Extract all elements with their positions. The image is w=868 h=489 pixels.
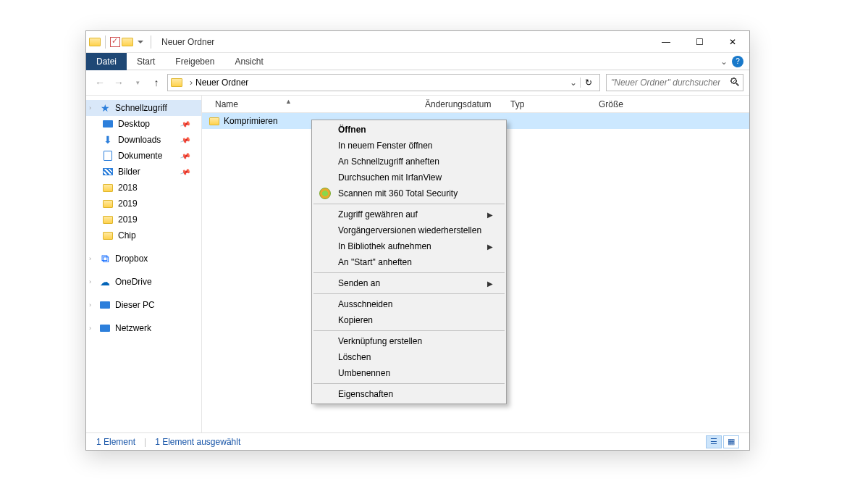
menu-pin-start[interactable]: An "Start" anheften [312,254,506,270]
shield-icon [319,188,331,199]
breadcrumb-current[interactable]: Neuer Ordner [195,78,248,88]
back-button[interactable]: ← [92,75,108,91]
separator [151,35,151,49]
col-size[interactable]: Größe [578,99,629,109]
status-count: 1 Element [96,437,135,447]
folder-icon [171,78,182,87]
qat-dropdown-icon[interactable] [138,41,143,43]
chevron-right-icon[interactable]: › [89,104,91,112]
menu-rename[interactable]: Umbenennen [312,365,506,381]
sidebar-item-recent-folder[interactable]: Chip [86,227,201,243]
tab-view[interactable]: Ansicht [224,53,273,70]
folder-icon [103,200,113,208]
chevron-right-icon: ▶ [487,280,493,288]
address-bar[interactable]: › Neuer Ordner ⌄ ↻ [167,74,600,91]
sidebar-item-recent-folder[interactable]: 2019 [86,212,201,227]
close-button[interactable]: ✕ [716,31,749,53]
maximize-button[interactable]: ☐ [683,31,716,53]
sidebar-item-network[interactable]: › Netzwerk [86,320,201,336]
folder-icon [103,184,113,192]
status-selected: 1 Element ausgewählt [155,437,240,447]
separator [313,293,505,294]
folder-icon [89,38,101,46]
up-button[interactable]: ↑ [148,75,164,91]
sidebar-item-pictures[interactable]: Bilder 📌 [86,164,201,180]
separator [313,330,505,331]
col-name[interactable]: Name ▲ [209,99,419,109]
chevron-right-icon[interactable]: › [89,325,91,332]
menu-send-to[interactable]: Senden an ▶ [312,275,506,291]
nav-pane: › ★ Schnellzugriff Desktop 📌 ⬇ Downloads… [86,96,202,432]
sidebar-item-downloads[interactable]: ⬇ Downloads 📌 [86,132,201,148]
folder-icon [209,117,219,125]
column-headers: Name ▲ Änderungsdatum Typ Größe [202,96,749,113]
desktop-icon [103,120,113,128]
menu-pin-quick-access[interactable]: An Schnellzugriff anheften [312,154,506,170]
chevron-right-icon[interactable]: › [89,255,91,262]
window-title: Neuer Ordner [161,37,214,47]
chevron-right-icon: ▶ [487,243,493,251]
star-icon: ★ [99,102,111,114]
context-menu: Öffnen In neuem Fenster öffnen An Schnel… [311,120,507,404]
ribbon-collapse-icon[interactable]: ⌄ [720,57,728,67]
network-icon [100,325,110,332]
search-input[interactable] [607,78,725,88]
menu-create-shortcut[interactable]: Verknüpfung erstellen [312,333,506,349]
sidebar-item-desktop[interactable]: Desktop 📌 [86,116,201,132]
sidebar-item-quick-access[interactable]: › ★ Schnellzugriff [86,100,201,116]
help-icon[interactable]: ? [732,56,743,67]
separator [313,272,505,273]
nav-row: ← → ▾ ↑ › Neuer Ordner ⌄ ↻ 🔍︎ [86,70,749,95]
forward-button[interactable]: → [111,75,127,91]
menu-delete[interactable]: Löschen [312,349,506,365]
sidebar-item-dropbox[interactable]: › ⧉ Dropbox [86,251,201,267]
tab-share[interactable]: Freigeben [165,53,224,70]
menu-include-library[interactable]: In Bibliothek aufnehmen ▶ [312,238,506,254]
search-box[interactable]: 🔍︎ [606,74,743,91]
separator [105,35,106,49]
tab-start[interactable]: Start [127,53,165,70]
cloud-icon: ☁ [99,276,111,288]
menu-grant-access[interactable]: Zugriff gewähren auf ▶ [312,206,506,222]
menu-copy[interactable]: Kopieren [312,312,506,328]
menu-properties[interactable]: Eigenschaften [312,386,506,402]
sidebar-item-recent-folder[interactable]: 2018 [86,180,201,196]
menu-restore-previous[interactable]: Vorgängerversionen wiederherstellen [312,222,506,238]
sidebar-item-recent-folder[interactable]: 2019 [86,196,201,212]
col-type[interactable]: Typ [505,99,578,109]
pictures-icon [103,168,113,175]
view-details-button[interactable]: ☰ [706,435,722,448]
menu-irfanview[interactable]: Durchsuchen mit IrfanView [312,170,506,185]
folder-icon [103,232,113,240]
download-icon: ⬇ [102,134,114,146]
sort-asc-icon: ▲ [285,98,292,105]
minimize-button[interactable]: — [649,31,683,53]
col-date[interactable]: Änderungsdatum [419,99,505,109]
sidebar-item-onedrive[interactable]: › ☁ OneDrive [86,274,201,290]
refresh-button[interactable]: ↻ [580,78,597,88]
new-folder-icon[interactable] [122,38,133,46]
properties-icon[interactable] [110,37,120,47]
chevron-right-icon[interactable]: › [190,78,193,88]
sidebar-item-this-pc[interactable]: › Dieser PC [86,297,201,313]
chevron-right-icon[interactable]: › [89,278,91,285]
separator [313,204,505,204]
address-dropdown-icon[interactable]: ⌄ [567,78,580,88]
folder-icon [103,216,113,224]
menu-open-new-window[interactable]: In neuem Fenster öffnen [312,138,506,154]
view-large-button[interactable]: ▦ [723,435,739,448]
chevron-right-icon: ▶ [487,211,493,219]
sidebar-item-documents[interactable]: Dokumente 📌 [86,148,201,164]
menu-cut[interactable]: Ausschneiden [312,296,506,312]
search-icon[interactable]: 🔍︎ [725,76,745,89]
dropbox-icon: ⧉ [99,253,111,264]
separator [313,383,505,384]
tab-file[interactable]: Datei [86,53,127,70]
chevron-right-icon[interactable]: › [89,301,91,309]
menu-open[interactable]: Öffnen [312,122,506,138]
file-name: Komprimieren [224,116,278,126]
recent-dropdown-icon[interactable]: ▾ [130,75,146,91]
status-bar: 1 Element | 1 Element ausgewählt ☰ ▦ [86,432,749,450]
ribbon: Datei Start Freigeben Ansicht ⌄ ? [86,53,749,70]
menu-scan-360[interactable]: Scannen mit 360 Total Security [312,185,506,201]
